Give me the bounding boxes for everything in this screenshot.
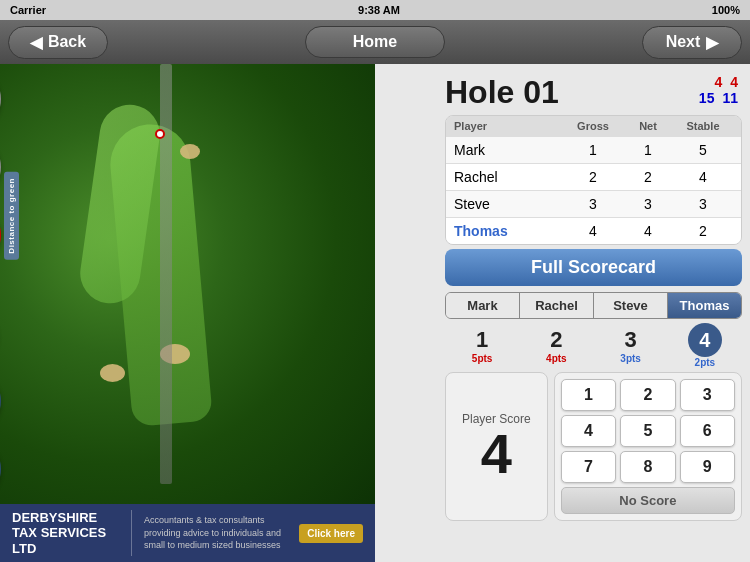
hole-num-red-2: 4	[730, 74, 738, 90]
sponsor-name: DerbyshireTax Services Ltd	[12, 510, 106, 556]
score-btn-2[interactable]: 2	[620, 379, 675, 411]
map-area	[0, 64, 375, 504]
player-score-box: Player Score 4	[445, 372, 548, 521]
left-panel: DerbyshireTax Services Ltd Accountants &…	[0, 64, 375, 562]
distance-label-wrapper: Distance to green	[0, 272, 1, 302]
hole-title: Hole 01	[445, 74, 559, 111]
sponsor-cta[interactable]: Click here	[299, 524, 363, 543]
header-gross: Gross	[563, 120, 623, 132]
hole-num-top: 4 4	[714, 74, 738, 90]
score-option-2[interactable]: 2 4pts	[519, 327, 593, 364]
tab-rachel[interactable]: Rachel	[520, 293, 594, 318]
score-btn-8[interactable]: 8	[620, 451, 675, 483]
cart-path	[160, 64, 172, 484]
steve-gross: 3	[563, 196, 623, 212]
score-pts-2: 4pts	[546, 353, 567, 364]
map-background	[0, 64, 375, 504]
hole-num-blue-1: 15	[699, 90, 715, 106]
score-btn-1[interactable]: 1	[561, 379, 616, 411]
score-pts-1: 5pts	[472, 353, 493, 364]
sponsor-logo: DerbyshireTax Services Ltd	[12, 510, 132, 557]
score-btn-5[interactable]: 5	[620, 415, 675, 447]
score-num-3: 3	[625, 327, 637, 353]
hole-num-blue-2: 11	[722, 90, 738, 106]
distance-column: Back: 109 yds Mid: 99 yds Front: 89.7 yd…	[0, 64, 5, 550]
score-pts-3: 3pts	[620, 353, 641, 364]
next-button[interactable]: Next ▶	[642, 26, 742, 59]
next-icon: ▶	[706, 33, 718, 52]
scorecard-header: Player Gross Net Stable	[446, 116, 741, 136]
scorecard-row-rachel: Rachel 2 2 4	[446, 163, 741, 190]
flag-bubble: ⛳	[0, 370, 1, 432]
score-btn-4[interactable]: 4	[561, 415, 616, 447]
nav-bar: ◀ Back Home Next ▶	[0, 20, 750, 64]
right-panel: Hole 01 4 4 15 11 Player Gross Net Stabl…	[375, 64, 750, 562]
thomas-gross: 4	[563, 223, 623, 239]
home-label: Home	[353, 33, 397, 51]
distance-mid-bubble: Mid: 99 yds	[0, 136, 1, 198]
score-btn-9[interactable]: 9	[680, 451, 735, 483]
tab-mark[interactable]: Mark	[446, 293, 520, 318]
back-icon: ◀	[30, 33, 42, 52]
score-option-1[interactable]: 1 5pts	[445, 327, 519, 364]
distance-to-green-label: Distance to green	[4, 172, 19, 260]
scorecard-row-thomas: Thomas 4 4 2	[446, 217, 741, 244]
rachel-net: 2	[623, 169, 673, 185]
player-thomas: Thomas	[454, 223, 563, 239]
3d-button[interactable]: 3D	[0, 438, 1, 500]
hole-num-bottom: 15 11	[699, 90, 738, 106]
thomas-net: 4	[623, 223, 673, 239]
back-label: Back	[48, 33, 86, 51]
distance-back-bubble: Back: 109 yds	[0, 68, 1, 130]
no-score-button[interactable]: No Score	[561, 487, 735, 514]
steve-stable: 3	[673, 196, 733, 212]
time-label: 9:38 AM	[358, 4, 400, 16]
carrier-label: Carrier	[10, 4, 46, 16]
score-option-3[interactable]: 3 3pts	[594, 327, 668, 364]
hole-header: Hole 01 4 4 15 11	[375, 68, 750, 115]
score-grid-box: 1 2 3 4 5 6 7 8 9 No Score	[554, 372, 742, 521]
score-num-1: 1	[476, 327, 488, 353]
steve-net: 3	[623, 196, 673, 212]
player-score-value: 4	[481, 426, 512, 482]
header-stable: Stable	[673, 120, 733, 132]
main-content: DerbyshireTax Services Ltd Accountants &…	[0, 64, 750, 562]
mark-gross: 1	[563, 142, 623, 158]
tab-thomas[interactable]: Thomas	[668, 293, 741, 318]
score-grid: 1 2 3 4 5 6 7 8 9	[561, 379, 735, 483]
status-bar: Carrier 9:38 AM 100%	[0, 0, 750, 20]
score-num-4: 4	[699, 329, 710, 352]
score-selected-indicator: 4	[688, 323, 722, 357]
score-btn-7[interactable]: 7	[561, 451, 616, 483]
score-pts-4: 2pts	[695, 357, 716, 368]
player-rachel: Rachel	[454, 169, 563, 185]
full-scorecard-button[interactable]: Full Scorecard	[445, 249, 742, 286]
home-button[interactable]: Home	[305, 26, 445, 58]
distance-front-bubble: Front: 89.7 yds	[0, 204, 1, 266]
rachel-stable: 4	[673, 169, 733, 185]
scorecard-row-mark: Mark 1 1 5	[446, 136, 741, 163]
score-btn-6[interactable]: 6	[680, 415, 735, 447]
scorecard-row-steve: Steve 3 3 3	[446, 190, 741, 217]
tab-steve[interactable]: Steve	[594, 293, 668, 318]
player-tabs: Mark Rachel Steve Thomas	[445, 292, 742, 319]
player-steve: Steve	[454, 196, 563, 212]
back-button[interactable]: ◀ Back	[8, 26, 108, 59]
bunker-3	[180, 144, 200, 159]
score-btn-3[interactable]: 3	[680, 379, 735, 411]
header-player: Player	[454, 120, 563, 132]
header-net: Net	[623, 120, 673, 132]
score-selector: 1 5pts 2 4pts 3 3pts 4 2pts	[445, 323, 742, 368]
battery-label: 100%	[712, 4, 740, 16]
score-option-4[interactable]: 4 2pts	[668, 323, 742, 368]
mark-stable: 5	[673, 142, 733, 158]
hole-num-red-1: 4	[714, 74, 722, 90]
mark-net: 1	[623, 142, 673, 158]
flag-marker	[155, 129, 165, 139]
player-mark: Mark	[454, 142, 563, 158]
score-num-2: 2	[550, 327, 562, 353]
hole-numbers: 4 4 15 11	[699, 74, 738, 106]
next-label: Next	[666, 33, 701, 51]
sponsor-bar: DerbyshireTax Services Ltd Accountants &…	[0, 504, 375, 562]
sponsor-description: Accountants & tax consultants providing …	[144, 514, 287, 552]
